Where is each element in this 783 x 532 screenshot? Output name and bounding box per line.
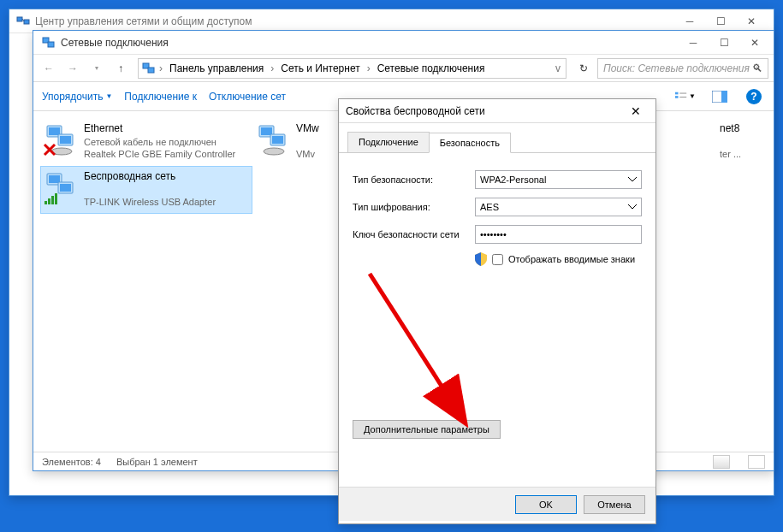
svg-rect-26 (49, 175, 60, 183)
maximize-button[interactable]: ☐ (709, 33, 739, 52)
addr-icon (142, 62, 156, 75)
show-characters-checkbox[interactable] (492, 254, 503, 265)
maximize-button[interactable]: ☐ (705, 12, 736, 31)
security-key-input[interactable] (475, 225, 642, 244)
svg-rect-12 (721, 91, 727, 103)
error-x-icon (43, 143, 56, 157)
encryption-type-label: Тип шифрования: (353, 202, 468, 212)
wifi-icon (44, 170, 79, 204)
signal-bars-icon (44, 192, 58, 204)
encryption-type-select[interactable]: AES (475, 198, 642, 216)
security-key-label: Ключ безопасности сети (353, 229, 468, 239)
svg-rect-23 (272, 136, 283, 144)
svg-rect-32 (55, 193, 57, 204)
nic-ethernet[interactable]: Ethernet Сетевой кабель не подключен Rea… (40, 118, 252, 166)
connect-to-button[interactable]: Подключение к (124, 91, 197, 103)
svg-rect-8 (675, 96, 679, 98)
svg-rect-7 (675, 92, 679, 94)
close-button[interactable]: ✕ (736, 12, 767, 31)
nic-status: Сетевой кабель не подключен (84, 136, 235, 148)
nic-name: Ethernet (84, 122, 235, 136)
svg-rect-9 (679, 92, 686, 93)
breadcrumb-item[interactable]: Сеть и Интернет (277, 61, 363, 76)
svg-rect-10 (679, 97, 686, 98)
nic-device: ter ... (720, 148, 741, 160)
network-connections-icon (42, 36, 56, 50)
nic-wireless[interactable]: Беспроводная сеть TP-LINK Wireless USB A… (40, 166, 252, 214)
svg-rect-29 (44, 201, 47, 204)
breadcrumb-item[interactable]: Панель управления (166, 61, 267, 76)
ok-button[interactable]: OK (515, 495, 577, 514)
ethernet-icon (44, 122, 79, 157)
nic-device: Realtek PCIe GBE Family Controller (84, 148, 235, 160)
back-window-title: Центр управления сетями и общим доступом (35, 15, 674, 27)
cancel-button[interactable]: Отмена (584, 495, 645, 514)
nic-device: TP-LINK Wireless USB Adapter (84, 196, 216, 208)
svg-rect-6 (148, 68, 154, 73)
selection-count: Выбран 1 элемент (116, 457, 198, 467)
search-box[interactable]: 🔍︎ (597, 58, 768, 79)
nic-device: VMv (296, 148, 319, 160)
nic-vmware[interactable]: VMw VMv (252, 118, 334, 166)
preview-pane-button[interactable] (709, 87, 731, 106)
breadcrumb-sep: › (157, 62, 164, 74)
nav-back-button[interactable]: ← (39, 58, 59, 79)
svg-rect-28 (60, 184, 71, 192)
search-icon: 🔍︎ (752, 62, 762, 74)
address-bar[interactable]: › Панель управления › Сеть и Интернет › … (138, 58, 566, 79)
dialog-tabs: Подключение Безопасность (339, 123, 655, 153)
organize-button[interactable]: Упорядочить ▼ (42, 91, 112, 103)
navigation-bar: ← → ▾ ↑ › Панель управления › Сеть и Инт… (33, 55, 774, 82)
svg-rect-31 (51, 196, 54, 204)
nav-up-button[interactable]: ↑ (110, 58, 131, 79)
disconnect-button[interactable]: Отключение сет (209, 91, 286, 103)
show-characters-label: Отображать вводимые знаки (508, 254, 635, 264)
svg-rect-21 (261, 127, 272, 135)
mid-window-title: Сетевые подключения (61, 37, 678, 49)
security-type-select[interactable]: WPA2-Personal (475, 170, 642, 189)
svg-rect-0 (17, 17, 22, 21)
uac-shield-icon (475, 252, 487, 266)
view-options-button[interactable]: ▼ (674, 87, 697, 106)
nic-name: VMw (296, 122, 319, 136)
tab-connection[interactable]: Подключение (347, 132, 430, 152)
close-button[interactable]: ✕ (739, 33, 770, 52)
breadcrumb-sep: › (269, 62, 276, 74)
nic-vmnet8[interactable]: net8 ter ... (715, 118, 767, 166)
svg-rect-1 (24, 20, 29, 24)
security-type-label: Тип безопасности: (353, 174, 468, 185)
details-view-button[interactable] (713, 455, 730, 469)
search-input[interactable] (603, 62, 752, 74)
svg-rect-16 (60, 136, 71, 144)
advanced-settings-button[interactable]: Дополнительные параметры (353, 420, 501, 439)
item-count: Элементов: 4 (42, 457, 101, 467)
nic-name: Беспроводная сеть (84, 170, 216, 184)
svg-point-24 (264, 148, 284, 155)
breadcrumb-sep: › (365, 62, 372, 74)
nav-recent-button[interactable]: ▾ (86, 58, 107, 79)
svg-rect-14 (49, 127, 60, 135)
nav-forward-button[interactable]: → (62, 58, 83, 79)
breadcrumb-item[interactable]: Сетевые подключения (374, 61, 489, 76)
icons-view-button[interactable] (748, 455, 765, 469)
svg-rect-4 (48, 42, 54, 47)
tab-security[interactable]: Безопасность (429, 133, 511, 153)
dialog-title: Свойства беспроводной сети (346, 105, 623, 117)
nic-name: net8 (720, 122, 741, 136)
addr-dropdown-icon[interactable]: v (554, 62, 562, 74)
close-button[interactable]: ✕ (623, 104, 649, 118)
help-button[interactable]: ? (743, 87, 765, 106)
network-center-icon (16, 15, 30, 28)
svg-rect-30 (48, 198, 50, 204)
minimize-button[interactable]: ─ (674, 12, 705, 31)
minimize-button[interactable]: ─ (678, 33, 709, 52)
ethernet-icon (257, 122, 291, 157)
refresh-button[interactable]: ↻ (573, 58, 594, 79)
wifi-properties-dialog: Свойства беспроводной сети ✕ Подключение… (338, 98, 656, 524)
